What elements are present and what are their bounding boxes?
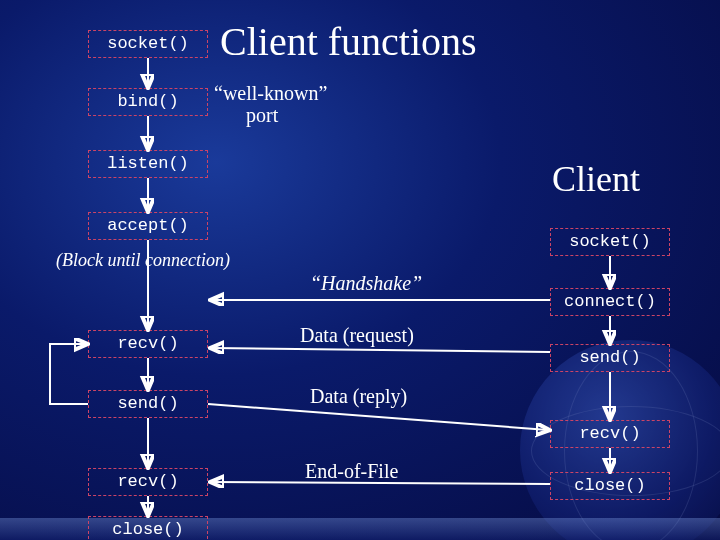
server-listen-box: listen() xyxy=(88,150,208,178)
server-bind-box: bind() xyxy=(88,88,208,116)
wellknown-label-2: port xyxy=(246,104,278,127)
svg-line-12 xyxy=(212,348,550,352)
client-close-box: close() xyxy=(550,472,670,500)
block-note: (Block until connection) xyxy=(56,250,230,271)
wellknown-label-1: “well-known” xyxy=(214,82,327,105)
server-send-box: send() xyxy=(88,390,208,418)
slide-title: Client functions xyxy=(220,18,477,65)
request-label: Data (request) xyxy=(300,324,414,347)
server-close-box: close() xyxy=(88,516,208,540)
client-send-box: send() xyxy=(550,344,670,372)
server-recv2-box: recv() xyxy=(88,468,208,496)
server-accept-box: accept() xyxy=(88,212,208,240)
client-connect-box: connect() xyxy=(550,288,670,316)
reply-label: Data (reply) xyxy=(310,385,407,408)
client-socket-box: socket() xyxy=(550,228,670,256)
handshake-label: “Handshake” xyxy=(310,272,422,295)
server-socket-box: socket() xyxy=(88,30,208,58)
client-heading: Client xyxy=(552,158,640,200)
eof-label: End-of-File xyxy=(305,460,398,483)
client-recv-box: recv() xyxy=(550,420,670,448)
server-recv1-box: recv() xyxy=(88,330,208,358)
